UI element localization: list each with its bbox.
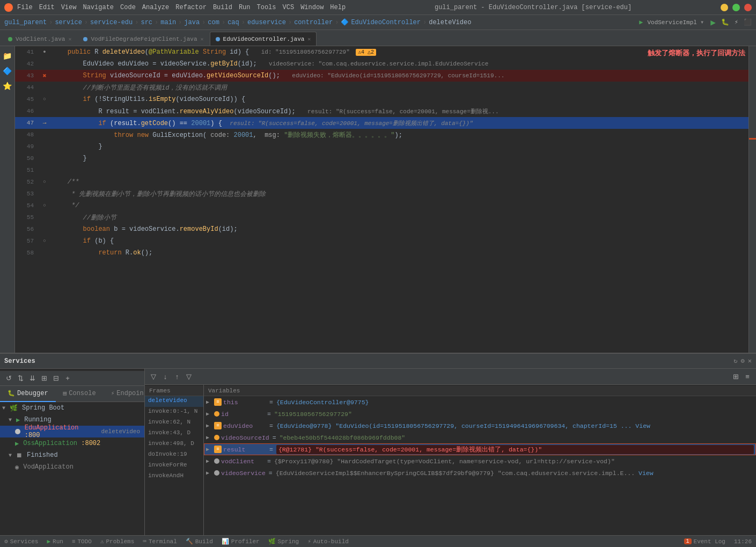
stop-button[interactable]: ⬛ [744, 18, 752, 26]
tab-vodclient[interactable]: VodClient.java ✕ [2, 32, 77, 46]
tab-close-vodclient[interactable]: ✕ [68, 36, 71, 42]
tree-edu-app[interactable]: EduApplication :800 deleteVideo [0, 426, 144, 437]
settings-icon[interactable]: ⚙ [741, 357, 745, 365]
tab-debugger[interactable]: 🐛 Debugger [0, 386, 56, 402]
menu-bar[interactable]: File Edit View Navigate Code Analyze Ref… [17, 4, 346, 11]
maximize-button[interactable] [732, 4, 740, 11]
frame-invokeand[interactable]: invokeAndH [145, 471, 203, 482]
tree-oss-app[interactable]: ▶ OssApplication :8002 [0, 437, 144, 449]
frame-invoke-2[interactable]: invoke:62, N [145, 418, 203, 428]
close-button[interactable] [744, 4, 752, 11]
run-config-dropdown[interactable]: ▾ [700, 18, 704, 26]
run-button[interactable]: ▶ [710, 17, 716, 28]
code-line-42[interactable]: 42 EduVideo eduVideo = videoService.getB… [15, 58, 756, 70]
breadcrumb-caq[interactable]: caq [227, 19, 239, 26]
breadcrumb-java[interactable]: java [184, 19, 200, 26]
breadcrumb-class[interactable]: EduVideoController [351, 19, 421, 26]
code-line-47[interactable]: 47 → if (result.getCode() == 20001) { re… [15, 117, 756, 129]
frame-invokefor[interactable]: invokeForRe [145, 461, 203, 471]
status-eventlog[interactable]: 1 Event Log [684, 538, 725, 545]
frame-invoke-3[interactable]: invoke:43, D [145, 428, 203, 439]
menu-tools[interactable]: Tools [257, 4, 276, 11]
expand-all-btn[interactable]: ⇅ [15, 373, 26, 384]
code-line-57[interactable]: 57 ○ if (b) { [15, 235, 756, 247]
breadcrumb-service[interactable]: service [55, 19, 82, 26]
status-profiler[interactable]: 📊 Profiler [222, 538, 260, 545]
step-over-btn[interactable]: ▽ [148, 371, 159, 382]
sidebar-project-icon[interactable]: 📁 [2, 50, 13, 61]
close-panel-icon[interactable]: ✕ [748, 357, 752, 365]
code-line-52[interactable]: 52 ○ /** [15, 176, 756, 188]
var-vodclient[interactable]: ▶ vodClient = {$Proxy117@9780} "HardCode… [204, 455, 756, 467]
status-autobuild[interactable]: ⚡ Auto-build [307, 538, 349, 545]
status-todo[interactable]: ≡ TODO [72, 538, 92, 545]
var-this[interactable]: ▶ ≡ this = {EduVideoController@9775} [204, 396, 756, 408]
frame-invoke-4[interactable]: invoke:498, D [145, 439, 203, 450]
tab-close-vodfiledegrade[interactable]: ✕ [201, 36, 204, 42]
breadcrumb-module[interactable]: service-edu [90, 19, 133, 26]
sidebar-favorites-icon[interactable]: ⭐ [2, 81, 13, 91]
minimize-button[interactable] [721, 4, 728, 11]
var-videoservice[interactable]: ▶ videoService = {EduVideoServiceImpl$$E… [204, 467, 756, 479]
menu-analyze[interactable]: Analyze [142, 4, 169, 11]
code-line-46[interactable]: 46 R result = vodClient.removeAlyVideo(v… [15, 105, 756, 117]
code-line-49[interactable]: 49 } [15, 141, 756, 152]
frame-doinvoke[interactable]: doInvoke:19 [145, 450, 203, 461]
menu-file[interactable]: File [17, 4, 33, 11]
tab-console[interactable]: ▤ Console [56, 386, 104, 402]
rerun-btn[interactable]: ↺ [3, 373, 14, 384]
breadcrumb-project[interactable]: guli_parent [4, 19, 47, 26]
tree-vod-app[interactable]: ◉ VodApplicaton [0, 461, 144, 473]
debug-button[interactable]: 🐛 [721, 18, 729, 26]
coverage-button[interactable]: ⚡ [735, 18, 738, 26]
breadcrumb-src[interactable]: src [141, 19, 152, 26]
frame-invoke-1[interactable]: invoke:0:-1, N [145, 407, 203, 418]
menu-vcs[interactable]: VCS [283, 4, 295, 11]
var-list-btn[interactable]: ≡ [742, 371, 753, 382]
menu-navigate[interactable]: Navigate [83, 4, 114, 11]
code-line-56[interactable]: 56 boolean b = videoService.removeById(i… [15, 223, 756, 235]
code-line-54[interactable]: 54 ○ */ [15, 200, 756, 211]
tree-finished[interactable]: ▼ ⏹ Finished [0, 449, 144, 461]
code-line-48[interactable]: 48 throw new GuliException( code: 20001,… [15, 129, 756, 141]
tab-close-eduvideo[interactable]: ✕ [307, 36, 311, 42]
menu-window[interactable]: Window [300, 4, 324, 11]
collapse-all-btn[interactable]: ⇊ [27, 373, 38, 384]
filter-vars-btn[interactable]: ▽ [184, 371, 194, 382]
status-build[interactable]: 🔨 Build [186, 538, 213, 545]
menu-run[interactable]: Run [239, 4, 251, 11]
menu-code[interactable]: Code [120, 4, 136, 11]
status-terminal[interactable]: ⌨ Terminal [143, 538, 177, 545]
status-run[interactable]: ▶ Run [47, 538, 63, 545]
tab-vodfiledegrade[interactable]: VodFileDegradeFeignClient.java ✕ [77, 32, 209, 46]
code-line-50[interactable]: 50 } [15, 152, 756, 164]
breadcrumb-controller[interactable]: controller [294, 19, 333, 26]
var-result[interactable]: ▶ ≡ result = {R@12781} "R(success=false,… [204, 443, 756, 455]
breadcrumb-main[interactable]: main [160, 19, 176, 26]
status-problems[interactable]: ⚠ Problems [100, 538, 134, 545]
menu-refactor[interactable]: Refactor [175, 4, 207, 11]
refresh-icon[interactable]: ↻ [733, 357, 737, 365]
menu-help[interactable]: Help [330, 4, 346, 11]
step-into-btn[interactable]: ↓ [160, 371, 171, 382]
var-id[interactable]: ▶ id = "1519518056756297729" [204, 408, 756, 420]
tab-endpoints[interactable]: ⚡ Endpoints [104, 386, 145, 402]
menu-build[interactable]: Build [213, 4, 232, 11]
status-services[interactable]: ⚙ Services [4, 538, 38, 545]
var-eduvideo[interactable]: ▶ ≡ eduVideo = {EduVideo@9778} "EduVideo… [204, 420, 756, 432]
tab-eduvideo[interactable]: EduVideoController.java ✕ [210, 32, 317, 46]
breadcrumb-com[interactable]: com [208, 19, 219, 26]
filter-btn[interactable]: ⊞ [39, 373, 49, 384]
code-line-43[interactable]: 43 ✖ String videoSourceId = eduVideo.get… [15, 70, 756, 82]
menu-view[interactable]: View [61, 4, 77, 11]
breadcrumb-eduservice[interactable]: eduservice [247, 19, 286, 26]
code-line-58[interactable]: 58 return R.ok(); [15, 247, 756, 259]
menu-edit[interactable]: Edit [39, 4, 55, 11]
tree-spring-boot[interactable]: ▼ 🌿 Spring Boot [0, 402, 144, 414]
step-out-btn[interactable]: ↑ [172, 371, 182, 382]
window-controls[interactable] [721, 4, 752, 11]
var-view-btn[interactable]: ⊞ [730, 371, 741, 382]
var-videosourceid[interactable]: ▶ videoSourceId = "ebeb4e50b5f544028bf08… [204, 432, 756, 443]
code-line-55[interactable]: 55 //删除小节 [15, 211, 756, 223]
code-line-53[interactable]: 53 * 先删视频在删小节，删除小节再删视频的话小节的信息也会被删除 [15, 188, 756, 200]
